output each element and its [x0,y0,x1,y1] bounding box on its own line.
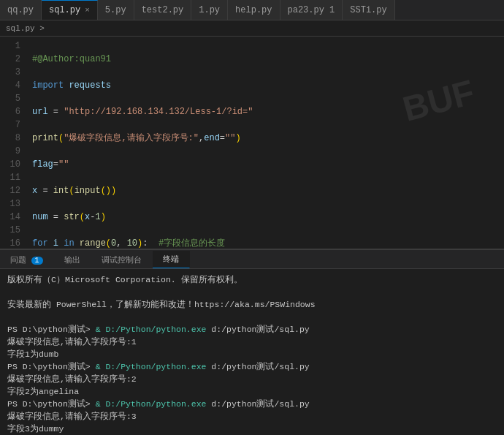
tab-label: 1.py [199,5,220,15]
tab-label: SSTi.py [350,5,386,15]
terminal-line: 爆破字段信息,请输入字段序号:1 [7,336,497,348]
terminal-line: PS D:\python测试> & D:/Python/python.exe d… [7,360,497,373]
tab-qq-py[interactable]: qq.py [0,0,42,20]
tab-label: sql.py [49,5,80,15]
terminal-line: 版权所有（C）Microsoft Corporation. 保留所有权利。 [7,273,497,286]
code-content[interactable]: #@Author:quan91 import requests url = "h… [26,37,504,249]
close-icon[interactable]: × [85,6,90,15]
terminal-line: 字段1为dumb [7,348,497,360]
tab-sql-py[interactable]: sql.py × [42,0,98,20]
tab-ssti-py[interactable]: SSTi.py [343,0,394,20]
tab-1-py[interactable]: 1.py [191,0,228,20]
terminal-line: 字段2为angelina [7,385,497,398]
tab-debug-console[interactable]: 调试控制台 [91,251,153,268]
terminal-line: 爆破字段信息,请输入字段序号:2 [7,373,497,385]
tab-problems[interactable]: 问题 1 [0,251,54,268]
terminal-line: 安装最新的 PowerShell，了解新功能和改进！https://aka.ms… [7,298,497,311]
tab-help-py[interactable]: help.py [228,0,280,20]
tab-label: help.py [235,5,272,15]
tab-terminal[interactable]: 终端 [153,251,190,268]
tab-output[interactable]: 输出 [54,251,91,268]
bottom-panel: 问题 1 输出 调试控制台 终端 版权所有（C）Microsoft Corpor… [0,249,504,435]
terminal-line: PS D:\python测试> & D:/Python/python.exe d… [7,398,497,410]
breadcrumb: sql.py > [0,20,504,37]
terminal-content[interactable]: 版权所有（C）Microsoft Corporation. 保留所有权利。 安装… [0,269,504,435]
tab-5-py[interactable]: 5.py [98,0,134,20]
terminal-line: 字段3为dummy [7,423,497,435]
editor-area[interactable]: 12345 678910 1112131415 1617181920 #@Aut… [0,37,504,249]
panel-tab-bar: 问题 1 输出 调试控制台 终端 [0,250,504,269]
tab-test2-py[interactable]: test2.py [134,0,192,20]
tab-pa23-py[interactable]: pa23.py 1 [280,0,343,20]
tab-bar: qq.py sql.py × 5.py test2.py 1.py help.p… [0,0,504,20]
terminal-line [7,311,497,323]
terminal-line: PS D:\python测试> & D:/Python/python.exe d… [7,323,497,336]
terminal-line: 爆破字段信息,请输入字段序号:3 [7,410,497,423]
line-numbers: 12345 678910 1112131415 1617181920 [0,37,26,249]
tab-label: test2.py [142,5,184,15]
tab-label: pa23.py 1 [288,5,335,15]
tab-label: 5.py [105,5,126,15]
breadcrumb-text: sql.py > [6,24,45,33]
tab-label: qq.py [7,5,34,15]
terminal-line [7,286,497,298]
